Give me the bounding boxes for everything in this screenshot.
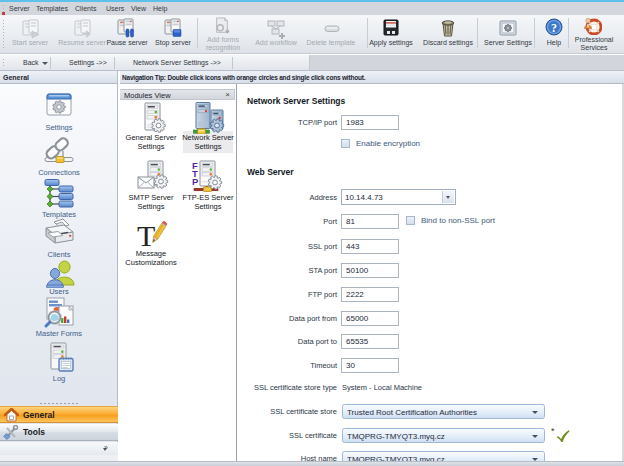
svg-text:P: P: [192, 176, 199, 187]
svg-text:?: ?: [551, 21, 557, 35]
svg-text:T: T: [137, 220, 155, 250]
